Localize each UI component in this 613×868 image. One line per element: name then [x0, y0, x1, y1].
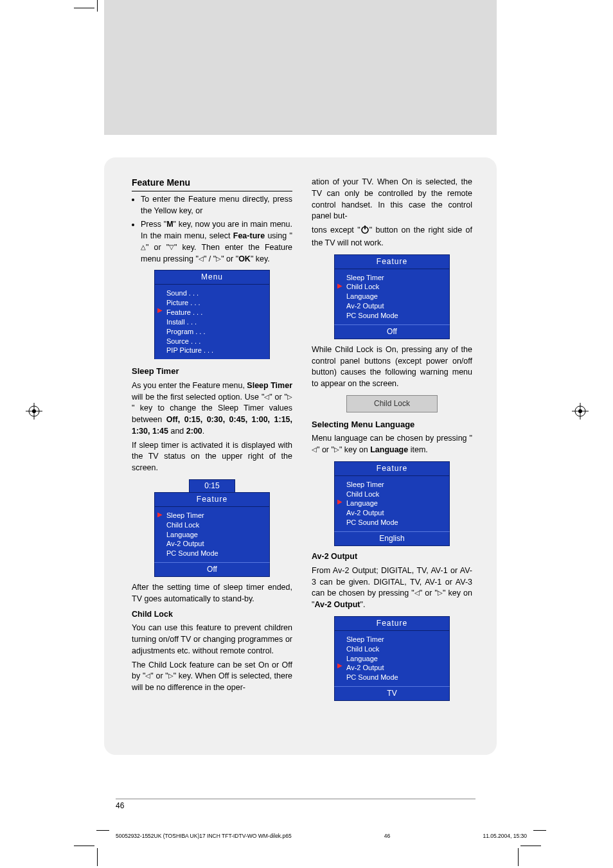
osd-body: ▶ Sound . . . Picture . . . Feature . . …	[154, 285, 270, 359]
osd-item: PC Sound Mode	[166, 549, 267, 558]
osd-item: Child Lock	[346, 490, 447, 499]
osd-item: Sleep Timer	[166, 511, 267, 520]
sleep-para3: After the setting time of sleep timer en…	[132, 582, 292, 605]
child-para2: The Child Lock feature can be set On or …	[132, 660, 292, 694]
osd-item: Child Lock	[346, 282, 447, 292]
sleep-para1: As you enter the Feature menu, Sleep Tim…	[132, 380, 292, 438]
footer-timestamp: 11.05.2004, 15:30	[483, 833, 527, 839]
right-triangle-icon: ▷	[334, 445, 339, 454]
registration-mark-right	[572, 403, 589, 420]
av2-para: From Av-2 Output; DIGITAL, TV, AV-1 or A…	[312, 565, 472, 611]
page: Feature Menu To enter the Feature menu d…	[0, 0, 613, 868]
bullet-1: To enter the Feature menu directly, pres…	[141, 194, 292, 217]
up-triangle-icon: △	[141, 243, 146, 252]
heading-sleep-timer: Sleep Timer	[132, 366, 292, 377]
osd-title: Feature	[334, 461, 450, 476]
down-triangle-icon: ▽	[169, 243, 174, 252]
right-triangle-icon: ▷	[438, 589, 443, 598]
osd-footer: Off	[154, 562, 270, 577]
osd-item: Sleep Timer	[346, 273, 447, 283]
heading-feature-menu: Feature Menu	[132, 177, 292, 191]
crop-mark	[97, 0, 98, 12]
osd-item: Language	[166, 530, 267, 540]
osd-item: Sound . . .	[166, 288, 267, 298]
child-warn: While Child Lock is On, pressing any of …	[312, 344, 472, 390]
osd-item: Child Lock	[346, 644, 447, 654]
osd-child-lock: Feature ▶ Sleep Timer Child Lock Languag…	[334, 254, 450, 339]
footer-page: 46	[384, 833, 390, 839]
footer-metadata: 50052932-1552UK (TOSHIBA UK)17 INCH TFT-…	[116, 833, 527, 839]
osd-sleep-timer: 0:15 Feature ▶ Sleep Timer Child Lock La…	[154, 479, 270, 577]
cursor-icon: ▶	[157, 510, 163, 519]
osd-title: Feature	[334, 254, 450, 269]
osd-item: PC Sound Mode	[346, 673, 447, 682]
osd-item: Language	[346, 654, 447, 664]
left-triangle-icon: ◁	[312, 445, 317, 454]
osd-item: Language	[346, 499, 447, 508]
page-number: 46	[116, 799, 475, 810]
osd-item: Sleep Timer	[346, 480, 447, 490]
osd-item: Feature . . .	[166, 308, 267, 317]
osd-item: Sleep Timer	[346, 635, 447, 644]
osd-lock-warning: Child Lock	[346, 395, 438, 412]
cursor-icon: ▶	[337, 661, 342, 670]
osd-footer: TV	[334, 686, 450, 701]
right-column: ation of your TV. When On is selected, t…	[312, 177, 472, 706]
osd-body: ▶ Sleep Timer Child Lock Language Av-2 O…	[334, 476, 450, 531]
osd-item: Av-2 Output	[346, 663, 447, 673]
cursor-icon: ▶	[337, 497, 342, 506]
crop-mark	[518, 848, 519, 866]
osd-item: Av-2 Output	[346, 301, 447, 311]
osd-footer: Off	[334, 324, 450, 339]
osd-item: PC Sound Mode	[346, 311, 447, 321]
right-triangle-icon: ▷	[287, 393, 292, 402]
crop-mark	[520, 846, 541, 846]
registration-mark-left	[26, 403, 42, 420]
crop-mark	[74, 8, 94, 8]
osd-main-menu: Menu ▶ Sound . . . Picture . . . Feature…	[154, 270, 270, 359]
osd-footer: English	[334, 531, 450, 546]
heading-av2: Av-2 Output	[312, 551, 472, 563]
osd-item: PIP Picture . . .	[166, 346, 267, 355]
osd-item: Av-2 Output	[166, 539, 267, 549]
osd-item: Language	[346, 292, 447, 301]
osd-item: Av-2 Output	[346, 508, 447, 518]
osd-av2: Feature ▶ Sleep Timer Child Lock Languag…	[334, 616, 450, 701]
right-triangle-icon: ▷	[216, 254, 221, 263]
osd-title: Feature	[154, 492, 270, 507]
left-triangle-icon: ◁	[414, 589, 420, 598]
power-icon	[360, 225, 369, 238]
svg-point-7	[578, 409, 582, 413]
osd-item: Picture . . .	[166, 298, 267, 308]
crop-mark	[97, 848, 98, 866]
osd-body: ▶ Sleep Timer Child Lock Language Av-2 O…	[334, 269, 450, 324]
crop-mark	[96, 830, 109, 831]
cont-para2: tons except "" button on the right side …	[312, 225, 472, 249]
cont-para1: ation of your TV. When On is selected, t…	[312, 177, 472, 222]
osd-body: ▶ Sleep Timer Child Lock Language Av-2 O…	[334, 631, 450, 686]
cursor-icon: ▶	[337, 281, 342, 290]
svg-point-3	[32, 409, 36, 413]
osd-timer-badge: 0:15	[189, 479, 235, 492]
bullet-2: Press "M" key, now you are in main menu.…	[141, 219, 292, 265]
text-columns: Feature Menu To enter the Feature menu d…	[132, 177, 472, 706]
crop-mark	[74, 846, 94, 846]
osd-title: Menu	[154, 270, 270, 285]
osd-item: PC Sound Mode	[346, 518, 447, 527]
left-triangle-icon: ◁	[199, 254, 204, 263]
right-triangle-icon: ▷	[168, 671, 173, 680]
lang-para: Menu language can be chosen by pressing …	[312, 433, 472, 456]
cursor-icon: ▶	[157, 306, 163, 315]
footer-filename: 50052932-1552UK (TOSHIBA UK)17 INCH TFT-…	[116, 833, 292, 839]
heading-child-lock: Child Lock	[132, 609, 292, 621]
osd-item: Program . . .	[166, 327, 267, 337]
osd-body: ▶ Sleep Timer Child Lock Language Av-2 O…	[154, 507, 270, 562]
osd-item: Install . . .	[166, 317, 267, 327]
child-para1: You can use this feature to prevent chil…	[132, 623, 292, 657]
osd-item: Source . . .	[166, 337, 267, 346]
osd-item: Child Lock	[166, 520, 267, 530]
crop-mark	[533, 830, 546, 831]
osd-language: Feature ▶ Sleep Timer Child Lock Languag…	[334, 461, 450, 546]
header-gray-block	[104, 0, 497, 135]
sleep-para2: If sleep timer is activated it is displa…	[132, 440, 292, 474]
